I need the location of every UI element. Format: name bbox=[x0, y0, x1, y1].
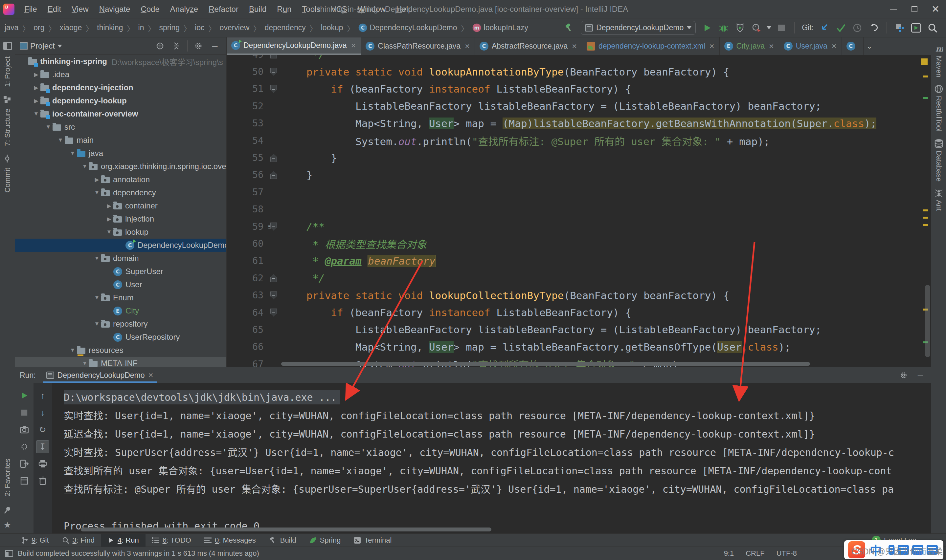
code-line-65[interactable]: 65 ListableBeanFactory listableBeanFacto… bbox=[226, 321, 931, 338]
rerun-button[interactable] bbox=[18, 389, 31, 402]
minimize-button[interactable] bbox=[883, 0, 904, 18]
code-line-59[interactable]: 59≡ /** bbox=[226, 218, 931, 235]
tree-row-resources[interactable]: ▼resources bbox=[15, 344, 226, 357]
editor-hscrollbar[interactable] bbox=[281, 362, 810, 366]
tree-expanded-arrow[interactable]: ▼ bbox=[92, 321, 101, 327]
strip-label-1-project[interactable]: 1: Project bbox=[3, 57, 12, 87]
tree-row-dependency-lookup[interactable]: ▶dependency-lookup bbox=[15, 94, 226, 107]
code-line-53[interactable]: 53 Map<String, User> map = (Map)listable… bbox=[226, 115, 931, 132]
tab-City.java[interactable]: ECity.java✕ bbox=[720, 37, 779, 55]
maximize-button[interactable] bbox=[904, 0, 925, 18]
tree-expanded-arrow[interactable]: ▼ bbox=[105, 229, 113, 235]
menu-run[interactable]: Run bbox=[272, 5, 297, 14]
close-icon[interactable]: ✕ bbox=[464, 42, 470, 50]
project-panel-title[interactable]: Project bbox=[30, 42, 55, 51]
tree-collapsed-arrow[interactable]: ▶ bbox=[32, 97, 40, 105]
tab-DependencyLookupDemo.java[interactable]: CDependencyLookupDemo.java✕ bbox=[226, 37, 361, 55]
locate-file-icon[interactable] bbox=[153, 39, 167, 52]
warning-mark[interactable] bbox=[923, 224, 928, 226]
tree-row-dependency[interactable]: ▼dependency bbox=[15, 186, 226, 199]
toolwindow-terminal[interactable]: Terminal bbox=[347, 534, 398, 546]
caret-position[interactable]: 9:1 bbox=[724, 549, 734, 558]
tree-row-annotation[interactable]: ▶annotation bbox=[15, 173, 226, 186]
tab-dependency-lookup-context.xml[interactable]: dependency-lookup-context.xml✕ bbox=[582, 37, 720, 55]
tab-AbstractResource.java[interactable]: CAbstractResource.java✕ bbox=[475, 37, 582, 55]
collapse-all-icon[interactable] bbox=[169, 39, 183, 52]
fold-marker-icon[interactable] bbox=[270, 55, 277, 58]
fold-marker-icon[interactable] bbox=[270, 291, 277, 299]
tree-row-City[interactable]: ECity bbox=[15, 304, 226, 317]
project-toolwindow-icon[interactable] bbox=[3, 42, 12, 50]
menu-build[interactable]: Build bbox=[244, 5, 272, 14]
breadcrumb-item-in[interactable]: in bbox=[138, 23, 145, 33]
tree-expanded-arrow[interactable]: ▼ bbox=[56, 137, 65, 143]
run-anything-icon[interactable] bbox=[909, 22, 923, 34]
menu-navigate[interactable]: Navigate bbox=[94, 5, 136, 14]
tree-row-.idea[interactable]: ▶.idea bbox=[15, 68, 226, 81]
breadcrumb-item-lookupInLazy[interactable]: mlookupInLazy bbox=[472, 23, 529, 33]
run-console-tab[interactable]: DependencyLookupDemo ✕ bbox=[43, 367, 157, 383]
tree-row-ioc-container-overview[interactable]: ▼ioc-container-overview bbox=[15, 107, 226, 120]
profiler-dropdown-icon[interactable] bbox=[767, 26, 771, 29]
tree-collapsed-arrow[interactable]: ▶ bbox=[105, 203, 113, 209]
close-icon[interactable]: ✕ bbox=[148, 371, 154, 379]
editor-vscrollbar[interactable] bbox=[925, 285, 930, 357]
code-line-55[interactable]: 55 } bbox=[226, 149, 931, 166]
stop-button[interactable] bbox=[774, 22, 789, 34]
breadcrumb-item-org[interactable]: org bbox=[33, 23, 45, 33]
right-strip-item-ant[interactable]: Ant bbox=[935, 189, 943, 211]
file-encoding[interactable]: UTF-8 bbox=[777, 549, 797, 558]
right-strip-item-restfultool[interactable]: RestfulTool bbox=[935, 85, 943, 132]
menu-analyze[interactable]: Analyze bbox=[165, 5, 203, 14]
tree-collapsed-arrow[interactable]: ▶ bbox=[105, 216, 113, 223]
tab-overflow[interactable]: C bbox=[842, 37, 864, 55]
search-everywhere-icon[interactable] bbox=[925, 22, 940, 34]
print-icon[interactable] bbox=[36, 457, 49, 471]
run-with-coverage-button[interactable] bbox=[733, 22, 747, 34]
git-commit-button[interactable] bbox=[834, 22, 848, 34]
restore-layout-icon[interactable]: ↻ bbox=[36, 423, 49, 436]
settings-gear-icon[interactable] bbox=[191, 39, 206, 52]
code-line-52[interactable]: 52 ListableBeanFactory listableBeanFacto… bbox=[226, 97, 931, 115]
breadcrumb-item-java[interactable]: java bbox=[4, 23, 19, 33]
tree-expanded-arrow[interactable]: ▼ bbox=[68, 150, 77, 157]
console-hide-icon[interactable]: – bbox=[913, 369, 928, 382]
tree-row-main[interactable]: ▼main bbox=[15, 134, 226, 147]
tree-row-DependencyLookupDemo[interactable]: CDependencyLookupDemo bbox=[15, 238, 226, 252]
toolwindow-spring[interactable]: Spring bbox=[303, 534, 348, 546]
code-line-61[interactable]: 61 * @param beanFactory bbox=[226, 252, 931, 269]
code-line-63[interactable]: 63 private static void lookupCollectionB… bbox=[226, 286, 931, 304]
tree-row-thinking-in-spring[interactable]: thinking-in-springD:\workspace\极客学习\spri… bbox=[15, 55, 226, 68]
pin-icon[interactable] bbox=[4, 506, 11, 514]
close-icon[interactable]: ✕ bbox=[769, 42, 774, 50]
tree-expanded-arrow[interactable]: ▼ bbox=[32, 111, 40, 117]
right-strip-item-database[interactable]: Database bbox=[935, 139, 943, 182]
tree-expanded-arrow[interactable]: ▼ bbox=[92, 294, 101, 301]
run-button[interactable] bbox=[700, 22, 715, 34]
code-line-51[interactable]: 51 if (beanFactory instanceof ListableBe… bbox=[226, 80, 931, 97]
toolwindow-9-git[interactable]: 9: Git bbox=[15, 534, 55, 546]
menu-refactor[interactable]: Refactor bbox=[203, 5, 244, 14]
exit-icon[interactable] bbox=[18, 457, 31, 471]
dump-threads-icon[interactable] bbox=[18, 423, 31, 436]
tree-expanded-arrow[interactable]: ▼ bbox=[44, 124, 52, 130]
clear-console-icon[interactable] bbox=[36, 474, 49, 488]
menu-view[interactable]: View bbox=[66, 5, 94, 14]
code-line-57[interactable]: 57 bbox=[226, 183, 931, 200]
code-line-56[interactable]: 56 } bbox=[226, 166, 931, 183]
code-line-54[interactable]: 54 System.out.println("查找所有标注: @Super 所有… bbox=[226, 132, 931, 149]
fold-marker-icon[interactable] bbox=[270, 154, 277, 162]
close-icon[interactable]: ✕ bbox=[709, 42, 715, 50]
scroll-to-end-icon[interactable]: ↧ bbox=[36, 440, 49, 453]
tree-row-SuperUser[interactable]: CSuperUser bbox=[15, 265, 226, 278]
warning-mark[interactable] bbox=[923, 217, 928, 218]
tree-expanded-arrow[interactable]: ▼ bbox=[92, 189, 101, 196]
tree-expanded-arrow[interactable]: ▼ bbox=[80, 360, 89, 367]
up-stack-trace-icon[interactable]: ↑ bbox=[36, 389, 49, 402]
toolwindow-0-messages[interactable]: 0: Messages bbox=[198, 534, 262, 546]
tree-row-User[interactable]: CUser bbox=[15, 278, 226, 291]
tree-collapsed-arrow[interactable]: ▶ bbox=[32, 85, 40, 91]
console-output[interactable]: D:\workspace\devtools\jdk\jdk\bin\java.e… bbox=[52, 383, 931, 534]
hide-panel-icon[interactable]: – bbox=[208, 39, 222, 52]
line-ending[interactable]: CRLF bbox=[746, 549, 764, 558]
